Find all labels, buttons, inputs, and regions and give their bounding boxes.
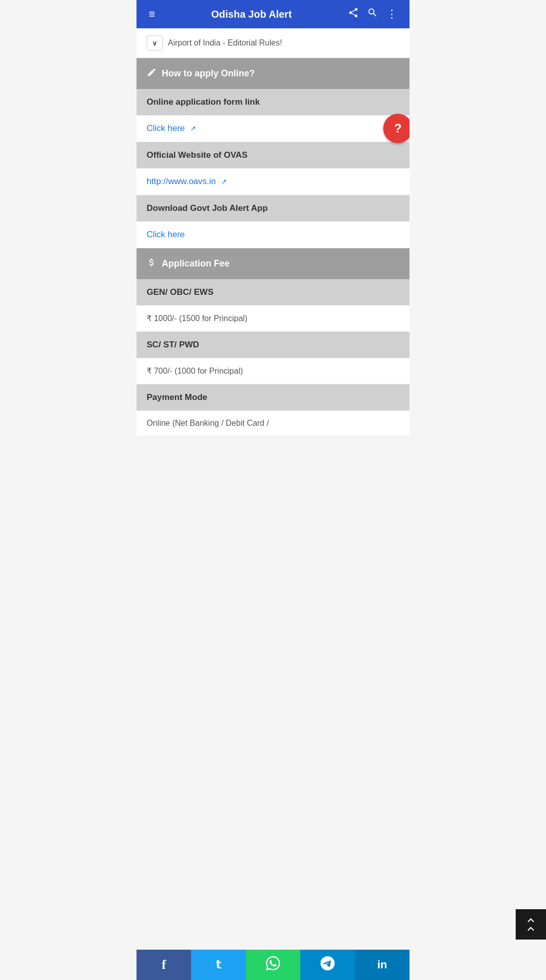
download-app-title: Download Govt Job Alert App [147,203,268,213]
payment-mode-title: Payment Mode [147,392,207,402]
gen-fee-row: ₹ 1000/- (1500 for Principal) [136,305,410,332]
gen-obc-ews-title: GEN/ OBC/ EWS [147,287,213,297]
application-form-link-header: Online application form link [136,89,410,115]
collapsed-section: ∨ Airport of India - Editorial Rules! [136,28,410,58]
payment-mode-row: Online (Net Banking / Debit Card / [136,411,410,436]
question-mark-icon: ? [394,121,402,136]
sc-fee-text: ₹ 700/- (1000 for Principal) [147,367,243,375]
click-here-app-row: Click here [136,221,410,248]
application-fee-title: Application Fee [162,258,230,269]
payment-mode-header: Payment Mode [136,384,410,411]
sc-st-pwd-header: SC/ ST/ PWD [136,332,410,358]
oavs-website-link[interactable]: http://www.oavs.in [147,176,227,187]
click-here-application-row: Click here ? [136,115,410,142]
share-icon[interactable] [344,3,363,25]
sc-fee-row: ₹ 700/- (1000 for Principal) [136,358,410,384]
search-icon[interactable] [363,3,382,25]
application-form-link-title: Online application form link [147,97,260,107]
gen-fee-text: ₹ 1000/- (1500 for Principal) [147,314,247,323]
download-app-header: Download Govt Job Alert App [136,195,410,221]
official-website-title: Official Website of OVAS [147,150,248,160]
gen-obc-ews-header: GEN/ OBC/ EWS [136,279,410,305]
page-content: How to apply Online? Online application … [136,58,410,472]
oavs-link-row: http://www.oavs.in [136,168,410,195]
help-button[interactable]: ? [383,114,410,143]
application-fee-header: Application Fee [136,248,410,279]
app-bar: ≡ Odisha Job Alert ⋮ [136,0,410,28]
click-here-app-link[interactable]: Click here [147,230,185,240]
app-title: Odisha Job Alert [159,9,344,20]
chevron-down-icon: ∨ [152,39,157,47]
edit-icon [147,67,157,80]
collapsed-section-text: Airport of India - Editorial Rules! [168,38,399,48]
click-here-application-link[interactable]: Click here [147,123,196,133]
official-website-header: Official Website of OVAS [136,142,410,168]
sc-st-pwd-title: SC/ ST/ PWD [147,340,199,349]
menu-icon[interactable]: ≡ [145,4,159,25]
money-icon [147,257,157,270]
more-options-icon[interactable]: ⋮ [382,4,401,25]
payment-mode-text: Online (Net Banking / Debit Card / [147,419,269,427]
how-to-apply-header: How to apply Online? [136,58,410,89]
how-to-apply-title: How to apply Online? [162,68,255,79]
expand-button[interactable]: ∨ [147,35,163,51]
